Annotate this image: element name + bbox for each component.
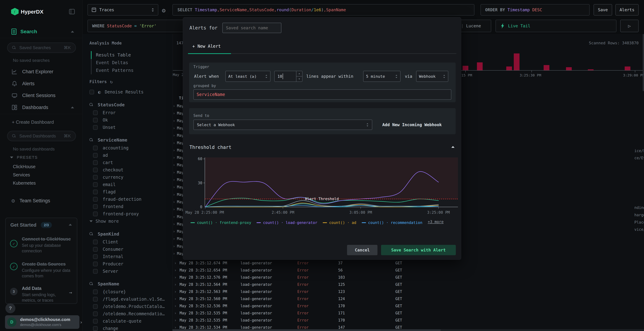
row-expand-chevron-icon[interactable]: › [173, 104, 175, 108]
checkbox[interactable] [93, 290, 98, 294]
checkbox[interactable] [93, 118, 98, 122]
filter-option[interactable]: {closure} [90, 288, 168, 296]
help-button[interactable]: ? [5, 303, 16, 313]
tab-new-alert[interactable]: + New Alert [192, 44, 221, 49]
lucene-mode-option[interactable]: Lucene [466, 23, 481, 28]
sidebar-item-alerts[interactable]: Alerts [12, 81, 34, 87]
row-expand-chevron-icon[interactable]: › [173, 244, 175, 248]
filter-option[interactable]: cart [90, 159, 168, 166]
column-header-timestamp[interactable]: Timestamp [179, 96, 183, 101]
table-row[interactable]: ›May 28 3:25:12.674 PMload-generatorErro… [173, 260, 638, 267]
row-expand-chevron-icon[interactable]: › [174, 260, 176, 267]
save-search-with-alert-button[interactable]: Save Search with Alert [381, 245, 456, 255]
filter-option[interactable]: /flagd.evaluation.v1.Se… [90, 296, 168, 303]
checkbox[interactable] [93, 190, 98, 194]
table-row-peek[interactable]: ›May 28 [173, 161, 183, 169]
refresh-icon[interactable]: ↻ [110, 79, 113, 84]
legend-item[interactable]: count() · frontend-proxy [190, 221, 251, 225]
checkbox[interactable] [93, 175, 98, 180]
cancel-button[interactable]: Cancel [347, 245, 378, 255]
table-row-peek[interactable]: ›May 28 [173, 191, 183, 198]
filter-option[interactable]: ad [90, 152, 168, 159]
table-row-peek[interactable]: ›May 28 [173, 220, 183, 228]
table-row-peek[interactable]: ›May 28 [173, 102, 183, 110]
checkbox[interactable] [93, 319, 98, 324]
row-expand-chevron-icon[interactable]: › [174, 317, 176, 324]
checkbox[interactable] [90, 90, 94, 94]
checkbox[interactable] [93, 125, 98, 130]
checkbox[interactable] [93, 247, 98, 252]
row-expand-chevron-icon[interactable]: › [173, 229, 175, 234]
checkbox[interactable] [93, 312, 98, 316]
get-started-item[interactable]: ✓ Create Data Sources Configure where yo… [10, 261, 73, 279]
row-expand-chevron-icon[interactable]: › [174, 288, 176, 295]
table-row[interactable]: ›May 28 3:25:12.564 PMload-generatorErro… [173, 281, 638, 288]
row-expand-chevron-icon[interactable]: › [173, 207, 175, 211]
grouped-by-input[interactable]: ServiceName [194, 89, 451, 100]
row-expand-chevron-icon[interactable]: › [174, 274, 176, 281]
legend-item[interactable]: count() · load-generator [256, 221, 317, 225]
webhook-select[interactable]: Select a Webhook [194, 120, 372, 130]
row-expand-chevron-icon[interactable]: › [174, 281, 176, 288]
filter-option[interactable]: accounting [90, 144, 168, 152]
table-row[interactable]: ›May 28 3:25:12.535 PMload-generatorErro… [173, 317, 638, 324]
source-select[interactable]: Traces [88, 4, 158, 15]
denoise-toggle[interactable]: ◐ Denoise Results [90, 89, 144, 95]
row-expand-chevron-icon[interactable]: › [173, 251, 175, 256]
row-expand-chevron-icon[interactable]: › [173, 222, 175, 226]
gear-icon[interactable]: ⚙ [162, 7, 166, 14]
order-by-input[interactable]: ORDER BY Timestamp DESC [480, 4, 590, 15]
checkbox[interactable] [93, 182, 98, 187]
row-expand-chevron-icon[interactable]: › [173, 148, 175, 152]
alerts-button[interactable]: Alerts [616, 4, 639, 15]
filter-option[interactable]: Internal [90, 253, 168, 260]
sidebar-item-chart-explorer[interactable]: Chart Explorer [12, 69, 53, 75]
row-expand-chevron-icon[interactable]: › [173, 141, 175, 145]
checkbox[interactable] [93, 240, 98, 244]
row-expand-chevron-icon[interactable]: › [174, 295, 176, 303]
row-expand-chevron-icon[interactable]: › [173, 118, 175, 123]
filter-option[interactable]: Error [90, 109, 168, 116]
filter-option[interactable]: /oteldemo.Recommendatio… [90, 310, 168, 318]
row-expand-chevron-icon[interactable]: › [173, 185, 175, 189]
legend-item[interactable]: count() · recommendation [362, 221, 422, 225]
filter-option[interactable]: Client [90, 238, 168, 246]
table-row[interactable]: ›May 28 3:25:12.536 PMload-generatorErro… [173, 303, 638, 310]
table-row-peek[interactable]: ›May 28 [173, 206, 183, 213]
saved-searches-input[interactable]: Saved Searches ⌘K [7, 42, 76, 53]
filter-option[interactable]: frontend-proxy [90, 210, 168, 218]
checkbox[interactable] [93, 297, 98, 302]
filter-option[interactable]: change [90, 325, 168, 331]
filter-option[interactable]: /oteldemo.ProductCatalo… [90, 303, 168, 310]
save-button[interactable]: Save [594, 4, 612, 15]
analysis-mode-tab[interactable]: Event Deltas [96, 59, 134, 66]
add-webhook-link[interactable]: Add New Incoming Webhook [382, 120, 442, 130]
row-expand-chevron-icon[interactable]: › [173, 163, 175, 167]
checkbox[interactable] [93, 262, 98, 266]
filter-option[interactable]: calculate-quote [90, 318, 168, 325]
row-expand-chevron-icon[interactable]: › [173, 126, 175, 130]
chevron-up-icon[interactable] [71, 31, 74, 32]
checkbox[interactable] [93, 326, 98, 331]
filter-option[interactable]: frontend [90, 203, 168, 210]
table-row-peek[interactable]: ›May 28 [173, 198, 183, 206]
table-row[interactable]: ›May 28 3:25:12.576 PMload-generatorErro… [173, 274, 638, 281]
collapse-sidebar-icon[interactable] [69, 9, 75, 14]
create-dashboard-button[interactable]: + Create Dashboard [12, 119, 54, 125]
horizontal-scrollbar[interactable] [172, 329, 644, 331]
saved-dashboards-input[interactable]: Saved Dashboards ⌘K [7, 131, 76, 141]
user-menu[interactable]: D demos@clickhouse.com demos@clickhouse.… [5, 315, 80, 329]
checkbox[interactable] [93, 254, 98, 259]
table-row-peek[interactable]: ›May 28 [173, 228, 183, 235]
row-expand-chevron-icon[interactable]: › [173, 237, 175, 241]
filter-option[interactable]: Consumer [90, 246, 168, 253]
preset-services[interactable]: Services [13, 172, 30, 177]
filter-option[interactable]: Ok [90, 116, 168, 124]
threshold-number-input[interactable]: 10 [274, 71, 302, 82]
table-row-peek[interactable]: ›May 28 [173, 117, 183, 124]
checkbox[interactable] [93, 146, 98, 150]
row-expand-chevron-icon[interactable]: › [173, 155, 175, 160]
legend-more-button[interactable]: +3 more [428, 220, 444, 224]
saved-search-name-input[interactable] [222, 23, 282, 33]
checkbox[interactable] [93, 269, 98, 274]
